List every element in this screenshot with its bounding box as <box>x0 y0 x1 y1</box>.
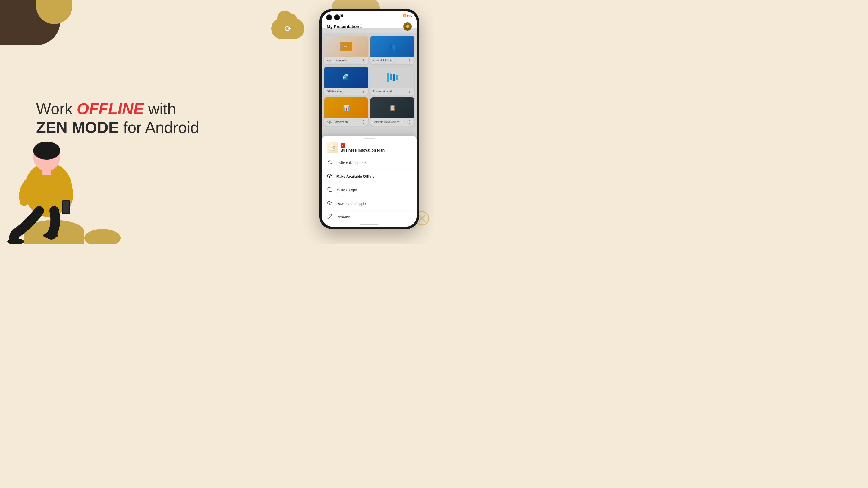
card-footer: Business Innova... ⋮ <box>324 57 368 64</box>
card-thumbnail: 👥 <box>370 36 414 57</box>
svg-point-7 <box>43 233 58 238</box>
collaborators-icon <box>327 160 333 166</box>
phone-body: 4:49 📶 44% My Presentations 😊 <box>319 9 419 229</box>
svg-rect-3 <box>42 169 51 175</box>
card-name: Business Innova... <box>327 59 361 62</box>
presentations-grid: PPT Business Innova... ⋮ 👥 Es <box>322 33 416 128</box>
card-name: Diffidence to... <box>327 90 361 93</box>
phone-screen: 4:49 📶 44% My Presentations 😊 <box>322 11 416 227</box>
card-thumbnail: PPT <box>324 36 368 57</box>
home-indicator-bar <box>360 224 378 225</box>
with-text: with <box>144 100 176 118</box>
card-footer: Software Development... ⋮ <box>370 119 414 126</box>
avatar: 😊 <box>403 22 412 31</box>
svg-rect-14 <box>329 189 332 192</box>
invite-collaborators-item[interactable]: Invite collaborators <box>322 156 416 170</box>
download-icon <box>327 201 333 207</box>
sync-icon: ⟳ <box>284 24 291 34</box>
svg-rect-5 <box>63 201 69 213</box>
home-indicator <box>322 224 416 227</box>
card-footer: Essential tips for... ⋮ <box>370 57 414 64</box>
card-footer: Agile Corporation... ⋮ <box>324 119 368 126</box>
sheet-header-text: P Business Innovation Plan <box>341 143 384 153</box>
download-pptx-label: Download as .pptx <box>336 201 366 206</box>
svg-point-2 <box>33 141 60 160</box>
card-name: Essential tips for... <box>373 59 407 62</box>
battery-icon: 44% <box>407 14 412 17</box>
app-title: My Presentations <box>327 24 362 29</box>
app-header: My Presentations 😊 <box>322 20 416 33</box>
cloud-shape: ⟳ <box>271 18 304 39</box>
person-illustration <box>0 93 115 244</box>
card-menu-button[interactable]: ⋮ <box>407 120 412 124</box>
bottom-sheet: 📑 P Business Innovation Plan <box>322 135 416 227</box>
camera-1 <box>326 14 332 21</box>
copy-icon <box>327 187 333 193</box>
card-thumbnail: 🌊 <box>324 67 368 88</box>
card-menu-button[interactable]: ⋮ <box>361 58 366 63</box>
card-menu-button[interactable]: ⋮ <box>361 89 366 94</box>
rename-icon <box>327 214 333 220</box>
sheet-thumbnail: 📑 <box>327 142 338 153</box>
make-a-copy-item[interactable]: Make a copy <box>322 184 416 197</box>
presentation-card[interactable]: 📋 Software Development... ⋮ <box>370 97 414 126</box>
card-thumbnail: 📋 <box>370 97 414 119</box>
rename-label: Rename <box>336 215 350 219</box>
for-android-text: for Android <box>123 119 199 136</box>
wifi-icon: 📶 <box>403 14 406 17</box>
presentation-card[interactable]: 📊 Agile Corporation... ⋮ <box>324 97 368 126</box>
svg-point-12 <box>328 161 330 162</box>
presentation-card[interactable]: PPT Business Innova... ⋮ <box>324 36 368 64</box>
rename-item[interactable]: Rename <box>322 210 416 224</box>
card-menu-button[interactable]: ⋮ <box>407 89 412 94</box>
card-footer: Process Animati... ⋮ <box>370 88 414 95</box>
presentation-card[interactable]: Process Animati... ⋮ <box>370 67 414 95</box>
offline-icon <box>327 173 333 180</box>
card-thumbnail: 📊 <box>324 97 368 119</box>
download-pptx-item[interactable]: Download as .pptx <box>322 197 416 210</box>
make-available-offline-label: Make Available Offline <box>336 174 375 178</box>
card-footer: Diffidence to... ⋮ <box>324 88 368 95</box>
card-name: Agile Corporation... <box>327 121 361 124</box>
presentation-card[interactable]: 👥 Essential tips for... ⋮ <box>370 36 414 64</box>
sheet-header: 📑 P Business Innovation Plan <box>322 139 416 156</box>
card-name: Software Development... <box>373 121 407 124</box>
invite-collaborators-label: Invite collaborators <box>336 161 367 165</box>
presentation-card[interactable]: 🌊 Diffidence to... ⋮ <box>324 67 368 95</box>
status-icons: 📶 44% <box>403 14 412 17</box>
cloud-icon-container: ⟳ <box>271 18 304 45</box>
card-menu-button[interactable]: ⋮ <box>361 120 366 124</box>
make-a-copy-label: Make a copy <box>336 188 357 192</box>
camera-area <box>326 14 340 21</box>
card-name: Process Animati... <box>373 90 407 93</box>
camera-2 <box>334 14 340 21</box>
card-menu-button[interactable]: ⋮ <box>407 58 412 63</box>
card-thumbnail <box>370 67 414 88</box>
sheet-file-name: Business Innovation Plan <box>341 148 384 153</box>
make-available-offline-item[interactable]: Make Available Offline <box>322 170 416 184</box>
phone-mockup: 4:49 📶 44% My Presentations 😊 <box>319 9 419 229</box>
sheet-thumb-inner: 📑 <box>327 142 338 153</box>
